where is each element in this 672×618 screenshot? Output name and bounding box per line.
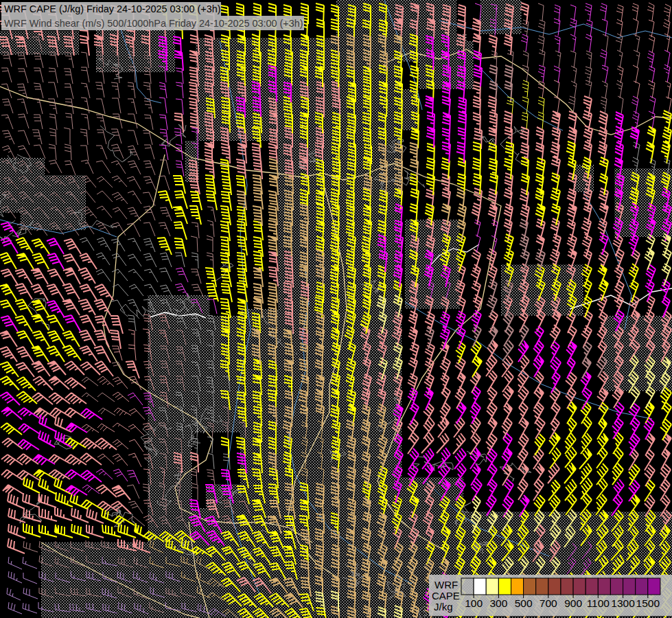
svg-text:1100: 1100: [587, 597, 610, 609]
svg-text:300: 300: [489, 597, 507, 609]
svg-text:100: 100: [465, 597, 483, 609]
svg-text:700: 700: [540, 597, 557, 609]
svg-text:1500: 1500: [636, 597, 660, 609]
svg-text:J/kg: J/kg: [434, 601, 453, 613]
svg-text:WRF CAPE (J/kg) Friday 24-10-2: WRF CAPE (J/kg) Friday 24-10-2025 03:00 …: [4, 3, 221, 14]
svg-text:1300: 1300: [611, 597, 635, 609]
svg-text:WRF Wind shear (m/s) 500/1000h: WRF Wind shear (m/s) 500/1000hPa Friday …: [4, 18, 303, 29]
svg-text:500: 500: [515, 597, 533, 609]
svg-text:CAPE: CAPE: [432, 590, 460, 602]
svg-text:900: 900: [564, 597, 582, 609]
svg-text:WRF: WRF: [435, 579, 458, 591]
